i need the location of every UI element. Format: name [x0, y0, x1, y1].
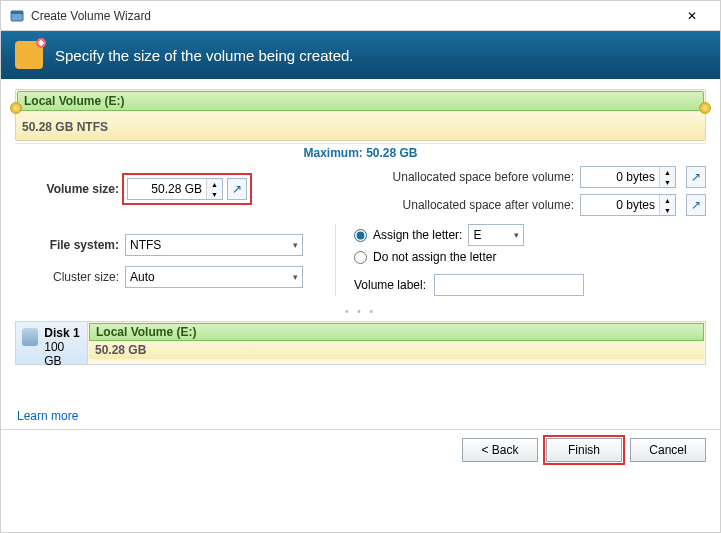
volume-desc: 50.28 GB NTFS [16, 112, 705, 140]
filesystem-label: File system: [15, 238, 125, 252]
disk-size: 100 GB [44, 340, 81, 368]
close-button[interactable]: ✕ [672, 2, 712, 30]
expand-icon: ↗ [232, 182, 242, 196]
learn-more-link[interactable]: Learn more [17, 409, 78, 423]
caret-down-icon: ▾ [293, 272, 298, 282]
volume-desc-text: 50.28 GB NTFS [22, 120, 108, 134]
close-icon: ✕ [687, 9, 697, 23]
volume-size-input[interactable] [128, 179, 206, 199]
size-slider-end-knob[interactable] [699, 102, 711, 114]
unalloc-before-label: Unallocated space before volume: [393, 170, 574, 184]
unalloc-after-expand-button[interactable]: ↗ [686, 194, 706, 216]
disk-name: Disk 1 [44, 326, 81, 340]
volume-size-spinbox[interactable]: ▲ ▼ [127, 178, 223, 200]
svg-rect-1 [11, 11, 23, 14]
disk-volume-size: 50.28 GB [89, 341, 704, 359]
assign-letter-radio[interactable] [354, 229, 367, 242]
window-title: Create Volume Wizard [31, 9, 672, 23]
disk-info: Disk 1 100 GB [16, 322, 88, 364]
cluster-combo[interactable]: Auto ▾ [125, 266, 303, 288]
unalloc-after-step-down[interactable]: ▼ [660, 205, 675, 215]
caret-down-icon: ▾ [514, 230, 519, 240]
chevron-down-icon: ▼ [211, 191, 218, 198]
unalloc-after-step-up[interactable]: ▲ [660, 195, 675, 205]
volume-size-expand-button[interactable]: ↗ [227, 178, 247, 200]
wizard-header: Specify the size of the volume being cre… [1, 31, 720, 79]
disk-volume-name: Local Volume (E:) [89, 323, 704, 341]
unalloc-before-expand-button[interactable]: ↗ [686, 166, 706, 188]
chevron-up-icon: ▲ [664, 169, 671, 176]
unalloc-before-step-down[interactable]: ▼ [660, 177, 675, 187]
no-assign-radio[interactable] [354, 251, 367, 264]
cluster-label: Cluster size: [15, 270, 125, 284]
drive-letter-combo[interactable]: E ▾ [468, 224, 524, 246]
expand-icon: ↗ [691, 198, 701, 212]
back-button[interactable]: < Back [462, 438, 538, 462]
no-assign-label: Do not assign the letter [373, 250, 496, 264]
chevron-up-icon: ▲ [664, 197, 671, 204]
wizard-heading: Specify the size of the volume being cre… [55, 47, 354, 64]
unalloc-after-label: Unallocated space after volume: [403, 198, 574, 212]
volume-size-label: Volume size: [15, 182, 125, 196]
unalloc-after-spinbox[interactable]: ▲ ▼ [580, 194, 676, 216]
maximum-size-label: Maximum: 50.28 GB [15, 143, 706, 160]
volume-size-step-up[interactable]: ▲ [207, 179, 222, 189]
cancel-button[interactable]: Cancel [630, 438, 706, 462]
expand-icon: ↗ [691, 170, 701, 184]
volume-label-input[interactable] [434, 274, 584, 296]
cluster-value: Auto [130, 270, 155, 284]
wizard-footer: < Back Finish Cancel [1, 429, 720, 469]
volume-layout-bar: Local Volume (E:) 50.28 GB NTFS [15, 89, 706, 141]
disk-icon [22, 328, 38, 346]
finish-button[interactable]: Finish [546, 438, 622, 462]
app-icon [9, 8, 25, 24]
titlebar: Create Volume Wizard ✕ [1, 1, 720, 31]
unalloc-before-spinbox[interactable]: ▲ ▼ [580, 166, 676, 188]
unalloc-before-input[interactable] [581, 167, 659, 187]
chevron-down-icon: ▼ [664, 207, 671, 214]
wizard-icon [15, 41, 43, 69]
unalloc-after-input[interactable] [581, 195, 659, 215]
volume-label-label: Volume label: [354, 278, 426, 292]
chevron-up-icon: ▲ [211, 181, 218, 188]
assign-letter-label: Assign the letter: [373, 228, 462, 242]
drive-letter-value: E [473, 228, 481, 242]
volume-name-header: Local Volume (E:) [17, 91, 704, 111]
caret-down-icon: ▾ [293, 240, 298, 250]
unalloc-before-step-up[interactable]: ▲ [660, 167, 675, 177]
filesystem-value: NTFS [130, 238, 161, 252]
chevron-down-icon: ▼ [664, 179, 671, 186]
volume-size-step-down[interactable]: ▼ [207, 189, 222, 199]
size-slider-start-knob[interactable] [10, 102, 22, 114]
filesystem-combo[interactable]: NTFS ▾ [125, 234, 303, 256]
disk-panel: Disk 1 100 GB Local Volume (E:) 50.28 GB [15, 321, 706, 365]
resize-grip[interactable]: • • • [1, 306, 720, 317]
